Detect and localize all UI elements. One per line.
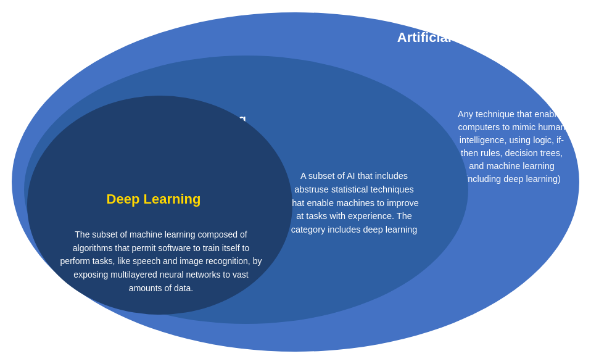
- diagram-container: Artificial Intelligence Any technique th…: [6, 6, 585, 358]
- dl-description: The subset of machine learning composed …: [59, 228, 263, 295]
- ai-description: Any technique that enables computers to …: [458, 108, 566, 186]
- dl-title: Deep Learning: [73, 191, 234, 207]
- ml-description: A subset of AI that includes abstruse st…: [289, 170, 419, 237]
- ai-title: Artificial Intelligence: [397, 30, 530, 46]
- dl-ellipse: Deep Learning The subset of machine lear…: [27, 96, 292, 315]
